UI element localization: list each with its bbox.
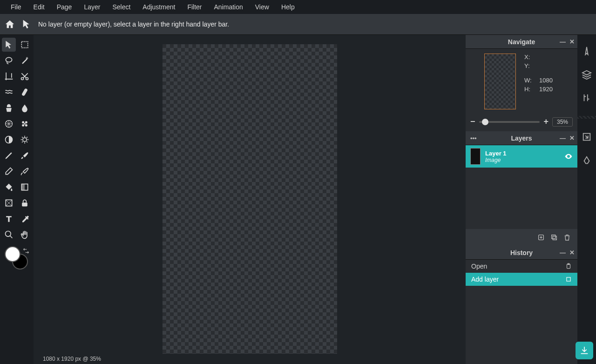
layers-panel: Layer 1 Image xyxy=(466,145,577,229)
zoom-slider-knob[interactable] xyxy=(482,119,488,125)
nav-h-value: 1920 xyxy=(539,86,553,93)
visibility-icon[interactable] xyxy=(564,152,573,161)
layer-item[interactable]: Layer 1 Image xyxy=(466,145,577,168)
adjust-tab-icon[interactable] xyxy=(582,93,592,103)
hand-tool[interactable] xyxy=(18,228,32,242)
move-tool[interactable] xyxy=(2,38,16,52)
history-item-open[interactable]: Open xyxy=(466,260,577,273)
fill-tool[interactable] xyxy=(2,180,16,194)
status-bar: 1080 x 1920 px @ 35% xyxy=(43,354,101,364)
cut-tool[interactable] xyxy=(18,69,32,83)
expand-tab-icon[interactable] xyxy=(582,132,592,142)
disperse-tool[interactable] xyxy=(2,117,16,131)
layer-operations xyxy=(466,229,577,246)
clone-tool[interactable] xyxy=(2,101,16,115)
menu-file[interactable]: File xyxy=(5,0,27,13)
history-panel-header: History — ✕ xyxy=(466,246,577,260)
lasso-tool[interactable] xyxy=(2,54,16,67)
panel-close-icon[interactable]: ✕ xyxy=(569,38,575,45)
nav-w-label: W: xyxy=(524,77,535,84)
panel-minimize-icon[interactable]: — xyxy=(560,249,566,256)
effects-tab-icon[interactable] xyxy=(582,155,592,165)
eraser-tool[interactable] xyxy=(2,164,16,178)
tools-panel xyxy=(0,35,34,364)
menubar: File Edit Page Layer Select Adjustment F… xyxy=(0,0,596,14)
home-icon[interactable] xyxy=(5,19,15,29)
zoom-controls: − + 35% xyxy=(466,114,577,131)
gradient-tool[interactable] xyxy=(18,180,32,194)
arrow-tool-icon[interactable] xyxy=(21,19,32,29)
eyedropper-tool[interactable] xyxy=(18,212,32,226)
marquee-tool[interactable] xyxy=(18,38,32,52)
svg-point-12 xyxy=(23,138,27,142)
pen-tool[interactable] xyxy=(2,148,16,162)
history-item-label: Open xyxy=(471,263,487,270)
history-title: History xyxy=(510,249,533,256)
toning-tool[interactable] xyxy=(18,133,32,147)
svg-point-7 xyxy=(25,121,27,123)
svg-rect-19 xyxy=(552,235,555,239)
menu-select[interactable]: Select xyxy=(106,0,136,13)
panel-close-icon[interactable]: ✕ xyxy=(569,135,575,142)
sponge-tool[interactable] xyxy=(18,117,32,131)
add-layer-icon[interactable] xyxy=(537,234,545,241)
layers-panel-header: ••• Layers — ✕ xyxy=(466,131,577,145)
svg-point-10 xyxy=(24,123,25,124)
liquify-tool[interactable] xyxy=(2,85,16,99)
svg-point-9 xyxy=(25,124,27,127)
lock-tool[interactable] xyxy=(18,196,32,210)
foreground-color[interactable] xyxy=(5,246,20,262)
layer-thumbnail[interactable] xyxy=(470,148,481,165)
svg-point-16 xyxy=(6,231,11,237)
tool-options-bar: No layer (or empty layer), select a laye… xyxy=(0,14,596,35)
color-swatches[interactable] xyxy=(5,246,28,270)
menu-filter[interactable]: Filter xyxy=(181,0,208,13)
zoom-tool[interactable] xyxy=(2,228,16,242)
zoom-slider[interactable] xyxy=(479,121,540,123)
menu-edit[interactable]: Edit xyxy=(27,0,51,13)
navigate-panel: X: Y: W:1080 H:1920 xyxy=(466,49,577,114)
crop-tool[interactable] xyxy=(2,69,16,83)
menu-animation[interactable]: Animation xyxy=(208,0,249,13)
text-tool[interactable] xyxy=(2,212,16,226)
shape-tool[interactable] xyxy=(2,196,16,210)
history-item-add-layer[interactable]: Add layer xyxy=(466,273,577,286)
tool-options-message: No layer (or empty layer), select a laye… xyxy=(38,20,229,28)
brush-tool[interactable] xyxy=(18,148,32,162)
history-item-label: Add layer xyxy=(471,276,499,283)
navigate-thumbnail[interactable] xyxy=(484,54,516,109)
menu-view[interactable]: View xyxy=(249,0,275,13)
svg-rect-22 xyxy=(567,277,570,281)
blur-tool[interactable] xyxy=(18,101,32,115)
layers-menu-icon[interactable]: ••• xyxy=(470,135,477,142)
dodge-tool[interactable] xyxy=(2,133,16,147)
zoom-value[interactable]: 35% xyxy=(552,117,573,127)
panel-minimize-icon[interactable]: — xyxy=(560,38,566,45)
wand-tool[interactable] xyxy=(18,54,32,67)
svg-point-6 xyxy=(22,121,24,123)
menu-adjustment[interactable]: Adjustment xyxy=(136,0,181,13)
menu-page[interactable]: Page xyxy=(51,0,78,13)
panel-close-icon[interactable]: ✕ xyxy=(569,249,575,256)
smudge-tool[interactable] xyxy=(18,164,32,178)
download-button[interactable] xyxy=(576,342,593,359)
delete-layer-icon[interactable] xyxy=(563,234,571,241)
canvas-area[interactable]: 1080 x 1920 px @ 35% xyxy=(34,35,466,364)
zoom-in-button[interactable]: + xyxy=(543,117,549,127)
navigate-tab-icon[interactable] xyxy=(582,46,592,56)
zoom-out-button[interactable]: − xyxy=(470,117,475,127)
clipboard-icon xyxy=(565,263,572,270)
swap-colors-icon[interactable] xyxy=(22,247,30,255)
duplicate-layer-icon[interactable] xyxy=(550,234,558,241)
heal-tool[interactable] xyxy=(18,85,32,99)
canvas[interactable] xyxy=(163,44,337,354)
svg-rect-4 xyxy=(21,88,28,96)
svg-point-8 xyxy=(22,124,24,127)
layers-title: Layers xyxy=(511,135,532,142)
menu-layer[interactable]: Layer xyxy=(78,0,106,13)
menu-help[interactable]: Help xyxy=(275,0,301,13)
layers-tab-icon[interactable] xyxy=(582,69,592,80)
panel-minimize-icon[interactable]: — xyxy=(560,135,566,142)
svg-rect-15 xyxy=(22,202,27,206)
layer-type: Image xyxy=(485,157,560,163)
